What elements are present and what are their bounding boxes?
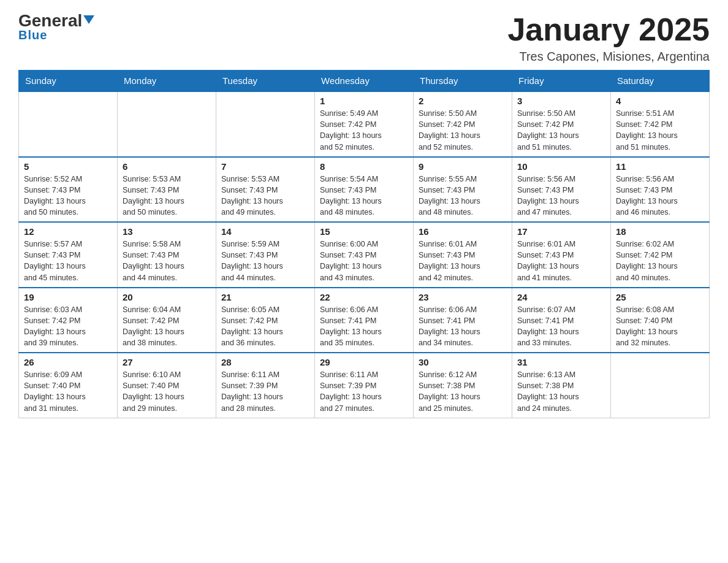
logo-triangle-icon <box>83 15 94 24</box>
calendar-cell-w2-d4: 8Sunrise: 5:54 AMSunset: 7:43 PMDaylight… <box>315 157 414 223</box>
calendar-cell-w1-d4: 1Sunrise: 5:49 AMSunset: 7:42 PMDaylight… <box>315 91 414 157</box>
calendar-cell-w5-d1: 26Sunrise: 6:09 AMSunset: 7:40 PMDayligh… <box>19 353 118 418</box>
col-header-monday: Monday <box>118 71 216 92</box>
calendar-cell-w3-d7: 18Sunrise: 6:02 AMSunset: 7:42 PMDayligh… <box>611 222 710 288</box>
logo-general: General <box>18 12 94 29</box>
calendar-cell-w4-d6: 24Sunrise: 6:07 AMSunset: 7:41 PMDayligh… <box>512 288 611 353</box>
calendar-cell-w2-d2: 6Sunrise: 5:53 AMSunset: 7:43 PMDaylight… <box>118 157 216 223</box>
calendar-cell-w3-d6: 17Sunrise: 6:01 AMSunset: 7:43 PMDayligh… <box>512 222 611 288</box>
day-info: Sunrise: 6:10 AMSunset: 7:40 PMDaylight:… <box>123 369 211 414</box>
calendar-cell-w4-d1: 19Sunrise: 6:03 AMSunset: 7:42 PMDayligh… <box>19 288 118 353</box>
week-row-1: 1Sunrise: 5:49 AMSunset: 7:42 PMDaylight… <box>19 91 710 157</box>
day-number: 8 <box>320 161 408 172</box>
day-info: Sunrise: 6:02 AMSunset: 7:42 PMDaylight:… <box>616 239 704 283</box>
calendar-cell-w1-d6: 3Sunrise: 5:50 AMSunset: 7:42 PMDaylight… <box>512 91 611 157</box>
calendar-table: Sunday Monday Tuesday Wednesday Thursday… <box>18 70 710 418</box>
day-number: 10 <box>517 161 605 172</box>
day-number: 19 <box>24 292 112 302</box>
calendar-cell-w4-d2: 20Sunrise: 6:04 AMSunset: 7:42 PMDayligh… <box>118 288 216 353</box>
day-number: 23 <box>419 292 507 302</box>
day-number: 16 <box>419 226 507 237</box>
day-number: 24 <box>517 292 605 302</box>
day-number: 30 <box>419 357 507 367</box>
week-row-4: 19Sunrise: 6:03 AMSunset: 7:42 PMDayligh… <box>19 288 710 353</box>
day-info: Sunrise: 5:55 AMSunset: 7:43 PMDaylight:… <box>419 174 507 218</box>
calendar-cell-w5-d7 <box>611 353 710 418</box>
col-header-tuesday: Tuesday <box>216 71 315 92</box>
day-number: 1 <box>320 96 408 106</box>
day-number: 27 <box>123 357 211 367</box>
day-info: Sunrise: 6:03 AMSunset: 7:42 PMDaylight:… <box>24 304 112 349</box>
day-number: 12 <box>24 226 112 237</box>
logo-blue: Blue <box>18 28 47 42</box>
day-info: Sunrise: 5:53 AMSunset: 7:43 PMDaylight:… <box>123 174 211 218</box>
col-header-sunday: Sunday <box>19 71 118 92</box>
col-header-wednesday: Wednesday <box>315 71 414 92</box>
day-number: 11 <box>616 161 704 172</box>
day-info: Sunrise: 6:07 AMSunset: 7:41 PMDaylight:… <box>517 304 605 349</box>
title-area: January 2025 Tres Capones, Misiones, Arg… <box>507 12 710 64</box>
day-info: Sunrise: 6:06 AMSunset: 7:41 PMDaylight:… <box>419 304 507 349</box>
calendar-cell-w1-d2 <box>118 91 216 157</box>
day-number: 9 <box>419 161 507 172</box>
day-number: 15 <box>320 226 408 237</box>
day-number: 29 <box>320 357 408 367</box>
day-info: Sunrise: 5:49 AMSunset: 7:42 PMDaylight:… <box>320 108 408 153</box>
calendar-cell-w2-d6: 10Sunrise: 5:56 AMSunset: 7:43 PMDayligh… <box>512 157 611 223</box>
day-info: Sunrise: 5:50 AMSunset: 7:42 PMDaylight:… <box>517 108 605 153</box>
day-info: Sunrise: 6:09 AMSunset: 7:40 PMDaylight:… <box>24 369 112 414</box>
day-info: Sunrise: 5:58 AMSunset: 7:43 PMDaylight:… <box>123 239 211 283</box>
calendar-cell-w5-d3: 28Sunrise: 6:11 AMSunset: 7:39 PMDayligh… <box>216 353 315 418</box>
day-info: Sunrise: 6:00 AMSunset: 7:43 PMDaylight:… <box>320 239 408 283</box>
day-info: Sunrise: 6:06 AMSunset: 7:41 PMDaylight:… <box>320 304 408 349</box>
week-row-3: 12Sunrise: 5:57 AMSunset: 7:43 PMDayligh… <box>19 222 710 288</box>
calendar-cell-w1-d1 <box>19 91 118 157</box>
day-info: Sunrise: 6:01 AMSunset: 7:43 PMDaylight:… <box>517 239 605 283</box>
day-info: Sunrise: 5:56 AMSunset: 7:43 PMDaylight:… <box>616 174 704 218</box>
day-info: Sunrise: 6:12 AMSunset: 7:38 PMDaylight:… <box>419 369 507 414</box>
day-info: Sunrise: 5:59 AMSunset: 7:43 PMDaylight:… <box>221 239 309 283</box>
day-info: Sunrise: 6:08 AMSunset: 7:40 PMDaylight:… <box>616 304 704 349</box>
day-number: 3 <box>517 96 605 106</box>
calendar-header-row: Sunday Monday Tuesday Wednesday Thursday… <box>19 71 710 92</box>
week-row-5: 26Sunrise: 6:09 AMSunset: 7:40 PMDayligh… <box>19 353 710 418</box>
day-number: 31 <box>517 357 605 367</box>
day-number: 20 <box>123 292 211 302</box>
day-number: 6 <box>123 161 211 172</box>
day-number: 14 <box>221 226 309 237</box>
day-info: Sunrise: 6:05 AMSunset: 7:42 PMDaylight:… <box>221 304 309 349</box>
day-info: Sunrise: 6:11 AMSunset: 7:39 PMDaylight:… <box>320 369 408 414</box>
day-number: 28 <box>221 357 309 367</box>
calendar-cell-w4-d7: 25Sunrise: 6:08 AMSunset: 7:40 PMDayligh… <box>611 288 710 353</box>
calendar-cell-w5-d5: 30Sunrise: 6:12 AMSunset: 7:38 PMDayligh… <box>414 353 512 418</box>
day-number: 5 <box>24 161 112 172</box>
page-subtitle: Tres Capones, Misiones, Argentina <box>507 50 710 64</box>
day-info: Sunrise: 5:56 AMSunset: 7:43 PMDaylight:… <box>517 174 605 218</box>
calendar-cell-w4-d5: 23Sunrise: 6:06 AMSunset: 7:41 PMDayligh… <box>414 288 512 353</box>
day-number: 21 <box>221 292 309 302</box>
day-number: 2 <box>419 96 507 106</box>
logo: General Blue <box>18 12 94 42</box>
day-info: Sunrise: 5:50 AMSunset: 7:42 PMDaylight:… <box>419 108 507 153</box>
day-info: Sunrise: 5:52 AMSunset: 7:43 PMDaylight:… <box>24 174 112 218</box>
calendar-cell-w4-d3: 21Sunrise: 6:05 AMSunset: 7:42 PMDayligh… <box>216 288 315 353</box>
page-header: General Blue January 2025 Tres Capones, … <box>18 12 710 64</box>
calendar-cell-w5-d6: 31Sunrise: 6:13 AMSunset: 7:38 PMDayligh… <box>512 353 611 418</box>
day-info: Sunrise: 5:57 AMSunset: 7:43 PMDaylight:… <box>24 239 112 283</box>
calendar-cell-w1-d3 <box>216 91 315 157</box>
day-info: Sunrise: 6:04 AMSunset: 7:42 PMDaylight:… <box>123 304 211 349</box>
day-info: Sunrise: 5:54 AMSunset: 7:43 PMDaylight:… <box>320 174 408 218</box>
calendar-cell-w3-d2: 13Sunrise: 5:58 AMSunset: 7:43 PMDayligh… <box>118 222 216 288</box>
day-number: 18 <box>616 226 704 237</box>
calendar-cell-w4-d4: 22Sunrise: 6:06 AMSunset: 7:41 PMDayligh… <box>315 288 414 353</box>
page-title: January 2025 <box>507 12 710 47</box>
day-number: 17 <box>517 226 605 237</box>
calendar-cell-w2-d5: 9Sunrise: 5:55 AMSunset: 7:43 PMDaylight… <box>414 157 512 223</box>
col-header-friday: Friday <box>512 71 611 92</box>
col-header-thursday: Thursday <box>414 71 512 92</box>
calendar-cell-w3-d5: 16Sunrise: 6:01 AMSunset: 7:43 PMDayligh… <box>414 222 512 288</box>
day-number: 4 <box>616 96 704 106</box>
calendar-cell-w5-d2: 27Sunrise: 6:10 AMSunset: 7:40 PMDayligh… <box>118 353 216 418</box>
calendar-cell-w3-d3: 14Sunrise: 5:59 AMSunset: 7:43 PMDayligh… <box>216 222 315 288</box>
col-header-saturday: Saturday <box>611 71 710 92</box>
